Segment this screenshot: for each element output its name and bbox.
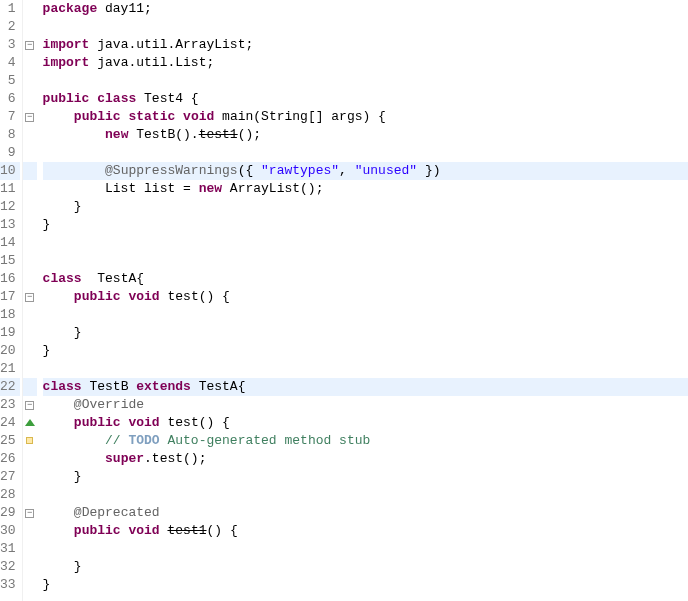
code-line[interactable] [43,252,688,270]
fold-cell[interactable]: − [23,36,37,54]
code-line[interactable]: } [43,558,688,576]
fold-cell [23,342,37,360]
token-plain: ArrayList(); [222,181,323,196]
line-number: 21 [0,360,20,378]
line-number: 22 [0,378,20,396]
hint-icon[interactable] [26,437,33,444]
token-plain: } [43,577,51,592]
code-line[interactable] [43,234,688,252]
fold-cell[interactable]: − [23,108,37,126]
fold-collapse-icon[interactable]: − [25,113,34,122]
code-line[interactable]: @Override [43,396,688,414]
fold-column[interactable]: −−−−− [23,0,37,601]
line-number: 13 [0,216,20,234]
token-plain [43,289,74,304]
code-line[interactable]: super.test(); [43,450,688,468]
fold-cell [23,144,37,162]
token-plain: () { [207,523,238,538]
code-line[interactable]: class TestB extends TestA{ [43,378,688,396]
code-line[interactable] [43,306,688,324]
code-line[interactable]: import java.util.ArrayList; [43,36,688,54]
token-kw: new [105,127,128,142]
token-plain: .test(); [144,451,206,466]
fold-cell [23,270,37,288]
token-plain: } [43,343,51,358]
code-line[interactable]: } [43,342,688,360]
token-plain: } [43,325,82,340]
line-number: 11 [0,180,20,198]
code-area[interactable]: package day11; import java.util.ArrayLis… [37,0,688,601]
token-kw: void [128,523,159,538]
code-line[interactable] [43,360,688,378]
fold-collapse-icon[interactable]: − [25,509,34,518]
token-kw: extends [136,379,191,394]
line-number-gutter: 1234567891011121314151617181920212223242… [0,0,23,601]
line-number: 12 [0,198,20,216]
token-plain [43,415,74,430]
token-kw: import [43,55,90,70]
token-plain: } [43,559,82,574]
token-plain [43,109,74,124]
line-number: 2 [0,18,20,36]
fold-cell [23,234,37,252]
code-line[interactable]: @SuppressWarnings({ "rawtypes", "unused"… [43,162,688,180]
line-number: 5 [0,72,20,90]
line-number: 6 [0,90,20,108]
token-plain: test() { [160,415,230,430]
line-number: 17 [0,288,20,306]
token-kw: void [128,415,159,430]
code-line[interactable]: @Deprecated [43,504,688,522]
fold-cell[interactable]: − [23,504,37,522]
code-line[interactable]: public void test1() { [43,522,688,540]
code-line[interactable] [43,540,688,558]
line-number: 7 [0,108,20,126]
fold-cell [23,576,37,594]
code-line[interactable]: public void test() { [43,414,688,432]
override-icon[interactable] [25,419,35,426]
code-line[interactable] [43,72,688,90]
fold-cell[interactable]: − [23,288,37,306]
token-plain: java.util.List; [89,55,214,70]
fold-collapse-icon[interactable]: − [25,293,34,302]
code-line[interactable] [43,486,688,504]
code-line[interactable]: } [43,198,688,216]
fold-collapse-icon[interactable]: − [25,401,34,410]
code-line[interactable]: import java.util.List; [43,54,688,72]
line-number: 28 [0,486,20,504]
fold-cell [23,18,37,36]
fold-collapse-icon[interactable]: − [25,41,34,50]
token-ann: @Deprecated [74,505,160,520]
code-line[interactable]: // TODO Auto-generated method stub [43,432,688,450]
code-line[interactable]: } [43,216,688,234]
token-cmt: Auto-generated method stub [160,433,371,448]
code-line[interactable]: public void test() { [43,288,688,306]
token-plain: java.util.ArrayList; [89,37,253,52]
fold-cell[interactable] [23,414,37,432]
line-number: 3 [0,36,20,54]
code-line[interactable] [43,144,688,162]
code-line[interactable]: } [43,576,688,594]
token-plain: } [43,217,51,232]
line-number: 14 [0,234,20,252]
code-line[interactable]: } [43,468,688,486]
line-number: 29 [0,504,20,522]
line-number: 8 [0,126,20,144]
line-number: 25 [0,432,20,450]
code-line[interactable]: List list = new ArrayList(); [43,180,688,198]
line-number: 19 [0,324,20,342]
code-line[interactable] [43,18,688,36]
code-line[interactable]: } [43,324,688,342]
code-line[interactable]: new TestB().test1(); [43,126,688,144]
code-line[interactable]: package day11; [43,0,688,18]
token-plain: List list = [43,181,199,196]
code-line[interactable]: class TestA{ [43,270,688,288]
fold-cell[interactable]: − [23,396,37,414]
line-number: 26 [0,450,20,468]
token-plain: main(String[] args) { [214,109,386,124]
code-line[interactable]: public static void main(String[] args) { [43,108,688,126]
token-kw: void [128,289,159,304]
token-plain: TestA{ [191,379,246,394]
code-editor[interactable]: 1234567891011121314151617181920212223242… [0,0,688,601]
fold-cell[interactable] [23,432,37,450]
code-line[interactable]: public class Test4 { [43,90,688,108]
